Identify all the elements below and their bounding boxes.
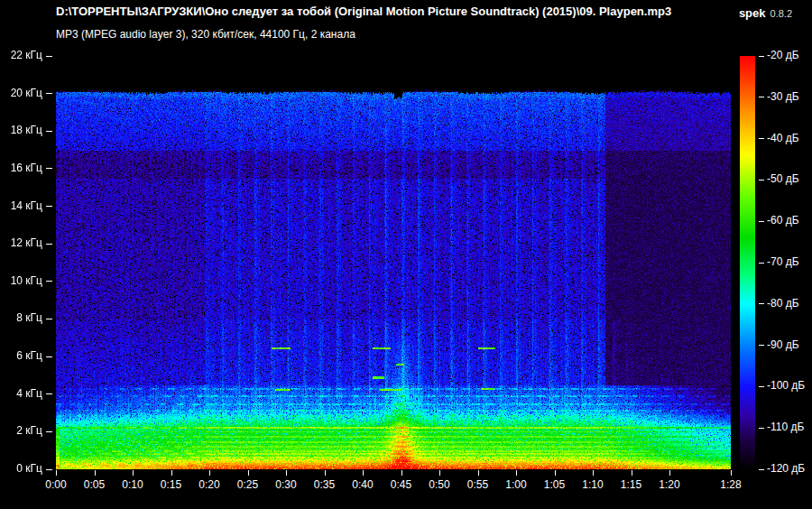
x-axis-label: 0:00 (36, 478, 76, 491)
x-axis-label: 1:15 (612, 478, 651, 491)
file-path-title: D:\ТОРРЕНТЫ\ЗАГРУЗКИ\Оно следует за тобо… (56, 5, 671, 18)
legend-label: -50 дБ (767, 172, 812, 185)
x-axis-tick (731, 470, 732, 476)
legend-tick (759, 386, 764, 387)
legend-tick (759, 263, 764, 264)
spectrogram-canvas (56, 56, 731, 469)
y-axis-label: 0 кГц (0, 462, 42, 475)
x-axis-label: 1:20 (650, 478, 689, 491)
app-name: spek (739, 6, 766, 20)
legend-tick (759, 180, 764, 180)
x-axis-tick (669, 470, 670, 476)
y-axis-tick (46, 168, 52, 169)
spek-window: D:\ТОРРЕНТЫ\ЗАГРУЗКИ\Оно следует за тобо… (0, 0, 812, 509)
app-version-badge: spek0.8.2 (739, 5, 792, 21)
y-axis-tick (46, 356, 52, 357)
x-axis-label: 0:35 (305, 478, 345, 491)
y-axis-label: 20 кГц (0, 87, 42, 99)
y-axis-label: 8 кГц (0, 311, 42, 324)
y-axis-tick (46, 469, 52, 470)
y-axis-label: 16 кГц (0, 162, 42, 174)
legend-label: -30 дБ (767, 90, 812, 103)
x-axis-label: 0:40 (343, 478, 383, 491)
x-axis-label: 0:10 (113, 478, 152, 491)
y-axis-label: 14 кГц (0, 199, 42, 212)
legend-tick (759, 97, 764, 97)
x-axis-label: 0:05 (75, 478, 115, 491)
x-axis-tick (363, 470, 364, 476)
x-axis-label: 0:25 (228, 478, 268, 491)
legend-label: -60 дБ (767, 214, 812, 227)
x-axis-label: 0:45 (382, 478, 421, 491)
y-axis-label: 2 кГц (0, 424, 42, 437)
x-axis-tick (439, 470, 440, 476)
legend-tick (759, 221, 764, 222)
legend-tick (759, 428, 764, 429)
x-axis-label: 0:15 (152, 478, 191, 491)
legend-label: -90 дБ (767, 338, 812, 351)
legend-label: -40 дБ (767, 132, 812, 144)
x-axis-tick (632, 470, 632, 476)
legend-tick (759, 56, 764, 57)
audio-format-info: MP3 (MPEG audio layer 3), 320 кбит/сек, … (56, 28, 355, 41)
y-axis-label: 6 кГц (0, 349, 42, 362)
x-axis-label: 0:55 (458, 478, 498, 491)
x-axis-tick (555, 470, 556, 476)
legend-label: -100 дБ (767, 379, 812, 392)
y-axis-label: 12 кГц (0, 236, 42, 249)
x-axis-tick (56, 470, 57, 476)
y-axis-tick (46, 93, 52, 94)
y-axis-tick (46, 56, 52, 57)
app-version: 0.8.2 (770, 8, 792, 19)
y-axis-tick (46, 281, 52, 282)
y-axis-tick (46, 319, 52, 319)
legend-colorbar (740, 56, 755, 469)
x-axis-label: 1:28 (711, 478, 751, 491)
x-axis-tick (401, 470, 402, 476)
legend-label: -110 дБ (767, 421, 812, 433)
y-axis-tick (46, 431, 52, 432)
y-axis-label: 22 кГц (0, 49, 42, 61)
y-axis-tick (46, 244, 52, 245)
y-axis-tick (46, 393, 52, 394)
x-axis-tick (286, 470, 287, 476)
x-axis-tick (516, 470, 517, 476)
y-axis-tick (46, 131, 52, 132)
legend-label: -120 дБ (767, 462, 812, 475)
x-axis-label: 0:30 (266, 478, 306, 491)
x-axis-tick (325, 470, 326, 476)
x-axis-tick (133, 470, 134, 476)
x-axis-tick (478, 470, 479, 476)
y-axis-label: 10 кГц (0, 274, 42, 287)
x-axis-tick (171, 470, 172, 476)
legend-tick (759, 303, 764, 304)
x-axis-label: 1:00 (496, 478, 536, 491)
x-axis-tick (248, 470, 249, 476)
x-axis-label: 0:20 (189, 478, 229, 491)
x-axis-label: 1:10 (573, 478, 613, 491)
y-axis-label: 18 кГц (0, 124, 42, 136)
x-axis-tick (209, 470, 210, 476)
legend-label: -20 дБ (767, 49, 812, 61)
y-axis-label: 4 кГц (0, 387, 42, 400)
legend-tick (759, 345, 764, 346)
x-axis-tick (95, 470, 96, 476)
x-axis-label: 1:05 (535, 478, 575, 491)
legend-tick (759, 138, 764, 139)
legend-label: -80 дБ (767, 297, 812, 310)
y-axis-tick (46, 206, 52, 207)
x-axis-tick (593, 470, 594, 476)
x-axis-label: 0:50 (420, 478, 459, 491)
legend-label: -70 дБ (767, 255, 812, 268)
legend-tick (759, 469, 764, 470)
